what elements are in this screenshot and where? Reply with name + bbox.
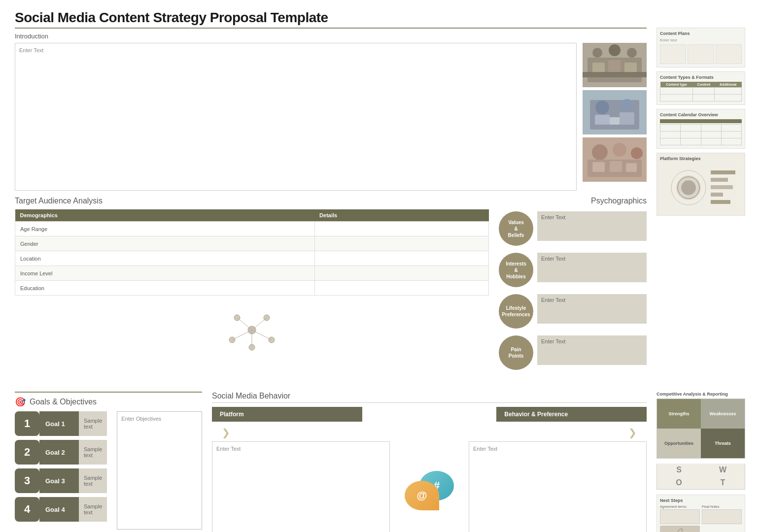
svg-rect-41 bbox=[711, 178, 728, 182]
swot-s-label: S bbox=[657, 464, 701, 476]
goal-2-label: Goal 2 bbox=[39, 440, 79, 465]
interests-circle: Interests&Hobbies bbox=[499, 253, 533, 287]
swot-t-label: T bbox=[701, 476, 745, 489]
table-row: Income Level bbox=[15, 266, 489, 281]
goal-4-number: 4 bbox=[15, 497, 39, 522]
intro-label: Introduction bbox=[15, 33, 647, 40]
svg-rect-40 bbox=[711, 170, 735, 174]
psycho-lifestyle: LifestylePreferences Enter Text bbox=[499, 294, 647, 329]
svg-point-19 bbox=[613, 143, 626, 157]
content-plan-subtitle: Enter text bbox=[660, 38, 742, 42]
intro-images bbox=[583, 43, 647, 182]
goal-1: 1 Goal 1 Sample text bbox=[15, 411, 107, 436]
behavior-col-header: Behavior & Preference bbox=[496, 407, 647, 422]
swot-w-label: W bbox=[701, 464, 745, 476]
platform-strategy-preview: Platform Strategies bbox=[656, 153, 745, 216]
goal-2-text[interactable]: Sample text bbox=[79, 440, 107, 465]
content-types-title: Content Types & Formats bbox=[660, 75, 742, 80]
pain-text[interactable]: Enter Text bbox=[537, 335, 647, 365]
svg-point-18 bbox=[592, 144, 608, 160]
swot-threats: Threats bbox=[701, 429, 745, 458]
social-behavior-title: Social Media Behavior bbox=[212, 392, 647, 403]
platform-col-header: Platform bbox=[212, 407, 362, 422]
pain-circle: PainPoints bbox=[499, 335, 533, 370]
page-title: Social Media Content Strategy Proposal T… bbox=[15, 10, 745, 26]
goals-title: 🎯 Goals & Objectives bbox=[15, 397, 202, 407]
svg-rect-44 bbox=[711, 200, 730, 204]
demo-age-label: Age Range bbox=[15, 222, 315, 236]
goal-2: 2 Goal 2 Sample text bbox=[15, 440, 107, 465]
office-image-1 bbox=[583, 43, 647, 87]
goal-1-number: 1 bbox=[15, 411, 39, 436]
lifestyle-text[interactable]: Enter Text bbox=[537, 294, 647, 324]
goal-1-text[interactable]: Sample text bbox=[79, 411, 107, 436]
col-content: Content bbox=[693, 82, 715, 88]
svg-point-12 bbox=[595, 100, 609, 114]
values-text[interactable]: Enter Text bbox=[537, 211, 647, 241]
goal-4: 4 Goal 4 Sample text bbox=[15, 497, 107, 522]
demo-education-label: Education bbox=[15, 281, 315, 296]
swot-grid: Strengths Weaknesses Opportunities Threa… bbox=[656, 399, 745, 459]
col-header-details: Details bbox=[314, 209, 488, 222]
behavior-content-area: Enter Text # @ Enter Text bbox=[212, 441, 647, 532]
svg-rect-23 bbox=[610, 161, 622, 172]
svg-point-38 bbox=[681, 180, 696, 195]
values-circle: Values&Beliefs bbox=[499, 211, 533, 246]
psycho-values: Values&Beliefs Enter Text bbox=[499, 211, 647, 246]
behavior-text-input[interactable]: Enter Text bbox=[469, 441, 647, 532]
objectives-input[interactable]: Enter Objectives bbox=[117, 411, 202, 530]
goals-icon: 🎯 bbox=[15, 397, 26, 407]
table-row: Education bbox=[15, 281, 489, 296]
demo-location-value[interactable] bbox=[314, 251, 488, 266]
next-steps-title: Next Steps bbox=[660, 498, 742, 503]
swot-strengths: Strengths bbox=[657, 399, 701, 429]
swot-opportunities: Opportunities bbox=[657, 429, 701, 458]
chat-bubbles-icon: # @ bbox=[405, 471, 454, 510]
demo-gender-value[interactable] bbox=[314, 236, 488, 251]
psycho-interests: Interests&Hobbies Enter Text bbox=[499, 253, 647, 287]
table-row: Age Range bbox=[15, 222, 489, 236]
content-types-preview: Content Types & Formats Content type Con… bbox=[656, 71, 745, 105]
svg-point-2 bbox=[592, 48, 602, 58]
goal-3: 3 Goal 3 Sample text bbox=[15, 468, 107, 493]
content-calendar-preview: Content Calendar Overview bbox=[656, 109, 745, 149]
demo-income-value[interactable] bbox=[314, 266, 488, 281]
col-additional: Additional bbox=[715, 82, 742, 88]
svg-rect-8 bbox=[583, 72, 647, 77]
svg-rect-24 bbox=[626, 163, 637, 172]
psychographics-title: Psychographics bbox=[499, 197, 647, 205]
next-steps-preview: Next Steps Agreement terms Fina bbox=[656, 495, 745, 532]
content-calendar-title: Content Calendar Overview bbox=[660, 112, 742, 117]
col-content-type: Content type bbox=[660, 82, 693, 88]
intro-text-input[interactable]: Enter Text bbox=[15, 43, 577, 191]
platform-arrows: ❯ ❯ bbox=[212, 427, 647, 438]
demo-income-label: Income Level bbox=[15, 266, 315, 281]
goal-3-label: Goal 3 bbox=[39, 468, 79, 493]
demographics-table: Demographics Details Age Range Gender bbox=[15, 209, 489, 296]
svg-point-45 bbox=[681, 529, 683, 531]
svg-line-33 bbox=[232, 330, 252, 340]
arrow-down-right: ❯ bbox=[628, 427, 637, 438]
svg-point-3 bbox=[609, 44, 621, 56]
demo-location-label: Location bbox=[15, 251, 315, 266]
lifestyle-circle: LifestylePreferences bbox=[499, 294, 533, 329]
arrow-down-left: ❯ bbox=[222, 427, 230, 438]
interests-text[interactable]: Enter Text bbox=[537, 253, 647, 282]
goal-4-text[interactable]: Sample text bbox=[79, 497, 107, 522]
goal-3-text[interactable]: Sample text bbox=[79, 468, 107, 493]
svg-rect-14 bbox=[595, 115, 610, 125]
goal-3-number: 3 bbox=[15, 468, 39, 493]
demo-age-value[interactable] bbox=[314, 222, 488, 236]
svg-point-13 bbox=[621, 99, 633, 111]
at-bubble: @ bbox=[405, 481, 439, 510]
demo-education-value[interactable] bbox=[314, 281, 488, 296]
svg-line-32 bbox=[252, 318, 267, 330]
final-notes-label: Final Notes bbox=[702, 505, 742, 508]
svg-rect-42 bbox=[711, 185, 733, 189]
platform-strategy-title: Platform Strategies bbox=[660, 156, 742, 161]
col-header-demographics: Demographics bbox=[15, 209, 315, 222]
demo-gender-label: Gender bbox=[15, 236, 315, 251]
svg-point-20 bbox=[631, 147, 643, 159]
network-diagram bbox=[15, 305, 489, 355]
platform-text-input[interactable]: Enter Text bbox=[212, 441, 390, 532]
